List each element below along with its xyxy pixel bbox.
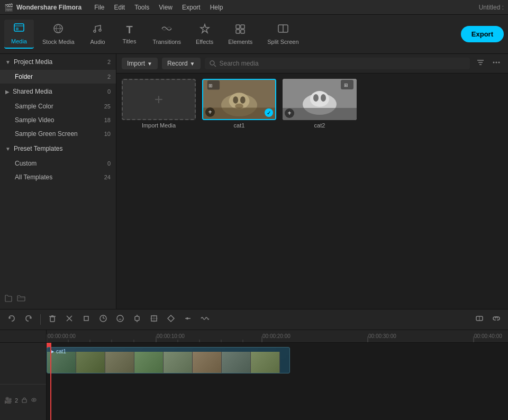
project-media-count: 2 — [107, 59, 111, 65]
all-templates-label: All Templates — [15, 174, 52, 181]
delete-button[interactable] — [45, 312, 60, 327]
cat1-add-icon: + — [205, 107, 215, 117]
menu-tools[interactable]: Tools — [130, 3, 153, 12]
sidebar-item-sample-green-screen[interactable]: Sample Green Screen 10 — [0, 127, 116, 141]
cat1-name: cat1 — [234, 122, 245, 129]
sidebar-item-folder[interactable]: Folder 2 — [0, 70, 116, 84]
sample-color-count: 25 — [104, 103, 111, 109]
menu-items: File Edit Tools View Export Help — [90, 3, 227, 12]
audio-label: Audio — [90, 39, 105, 45]
media-grid: + Import Media — [116, 74, 508, 309]
cat2-thumbnail[interactable]: ⊞ + — [283, 79, 357, 120]
window-title: Untitled : — [479, 4, 504, 11]
import-placeholder-thumbnail[interactable]: + — [122, 79, 196, 120]
sidebar-item-sample-color[interactable]: Sample Color 25 — [0, 99, 116, 113]
ruler-ticks — [47, 330, 508, 343]
toolbar-audio[interactable]: Audio — [83, 20, 113, 48]
sidebar-collapse-arrow[interactable]: ◀ — [116, 171, 116, 192]
record-label: Record — [167, 60, 188, 67]
timeline-ruler: 00:00:00:00 00:00:10:00 00:00:20:00 00:0… — [0, 330, 508, 343]
sample-video-count: 18 — [104, 117, 111, 123]
audio-wave-button[interactable] — [197, 312, 212, 327]
svg-rect-8 — [236, 30, 240, 33]
media-label: Media — [11, 38, 27, 44]
sidebar-bottom-icons — [0, 290, 116, 309]
sample-green-screen-label: Sample Green Screen — [15, 130, 78, 138]
titles-icon: T — [126, 24, 132, 36]
cat2-add-icon[interactable]: + — [285, 108, 294, 118]
record-dropdown-icon: ▼ — [190, 61, 195, 67]
link-toggle[interactable] — [489, 312, 504, 327]
media-item-cat2[interactable]: ⊞ + cat2 — [283, 79, 357, 129]
svg-text:🎥: 🎥 — [4, 396, 12, 404]
sidebar-section-shared-media[interactable]: ▶ Shared Media 0 — [0, 84, 116, 99]
snap-toggle[interactable] — [472, 312, 487, 327]
toolbar-titles[interactable]: T Titles — [115, 21, 144, 48]
menu-export[interactable]: Export — [178, 3, 205, 12]
video-clip-cat1[interactable]: cat1 — [47, 347, 290, 373]
stabilize-button[interactable] — [130, 312, 144, 327]
search-input[interactable] — [220, 60, 466, 67]
toolbar-separator-1 — [40, 314, 41, 325]
cut-button[interactable] — [62, 312, 77, 327]
mask-button[interactable] — [164, 312, 178, 327]
color-button[interactable] — [113, 312, 128, 327]
folder-open-icon[interactable] — [17, 294, 25, 305]
track-number: 2 — [15, 397, 18, 404]
sidebar-section-preset-templates[interactable]: ▼ Preset Templates — [0, 141, 116, 157]
svg-point-33 — [321, 94, 326, 102]
track-visibility-button[interactable] — [31, 397, 37, 404]
svg-text:⊞: ⊞ — [208, 83, 213, 88]
toolbar-transitions[interactable]: Transitions — [147, 20, 187, 48]
sidebar-section-project-media[interactable]: ▼ Project Media 2 — [0, 54, 116, 70]
import-media-placeholder[interactable]: + Import Media — [122, 79, 196, 129]
media-panel: Import ▼ Record ▼ — [116, 54, 508, 309]
search-icon — [209, 60, 216, 67]
menu-view[interactable]: View — [155, 3, 177, 12]
plus-icon: + — [155, 91, 163, 108]
track-header-video: 🎥 2 — [0, 384, 46, 416]
ruler-track[interactable]: 00:00:00:00 00:00:10:00 00:00:20:00 00:0… — [47, 330, 508, 342]
transitions-icon — [161, 23, 173, 36]
transform-button[interactable] — [147, 312, 161, 327]
filter-button[interactable] — [474, 57, 487, 70]
new-folder-icon[interactable] — [4, 294, 13, 305]
export-button[interactable]: Export — [461, 26, 504, 42]
timeline-tracks: 🎥 2 cat1 — [0, 343, 508, 420]
toolbar-split-screen[interactable]: Split Screen — [261, 20, 305, 48]
folder-label: Folder — [15, 73, 33, 80]
audio-icon — [92, 23, 104, 36]
app-name: Wondershare Filmora — [16, 4, 81, 11]
toolbar-stock-media[interactable]: Stock Media — [36, 20, 81, 48]
svg-point-56 — [186, 317, 188, 319]
clip-frame-8 — [251, 352, 280, 373]
cat2-name: cat2 — [314, 122, 325, 129]
menu-edit[interactable]: Edit — [110, 3, 129, 12]
toolbar-media[interactable]: Media — [4, 20, 34, 49]
svg-text:⊞: ⊞ — [344, 83, 348, 88]
more-options-button[interactable] — [490, 57, 503, 70]
media-item-cat1[interactable]: ⊞ ✓ + cat1 — [202, 79, 276, 129]
cat1-thumbnail[interactable]: ⊞ ✓ + — [202, 79, 276, 120]
record-button[interactable]: Record ▼ — [162, 58, 201, 69]
import-button[interactable]: Import ▼ — [122, 58, 158, 69]
menu-help[interactable]: Help — [206, 3, 228, 12]
menu-file[interactable]: File — [90, 3, 108, 12]
sidebar-item-sample-video[interactable]: Sample Video 18 — [0, 113, 116, 127]
track-volume-icon: 🎥 — [4, 396, 12, 405]
speed-button[interactable] — [96, 312, 111, 327]
track-lock-button[interactable] — [21, 397, 28, 404]
track-content[interactable]: cat1 — [47, 343, 508, 420]
playhead[interactable] — [50, 343, 51, 420]
crop-button[interactable] — [79, 312, 94, 327]
svg-rect-73 — [22, 399, 26, 403]
toolbar-effects[interactable]: Effects — [189, 20, 220, 48]
svg-point-31 — [310, 91, 329, 107]
toolbar-elements[interactable]: Elements — [222, 20, 259, 48]
import-dropdown-icon: ▼ — [147, 61, 152, 67]
sidebar-item-custom[interactable]: Custom 0 — [0, 157, 116, 170]
audio-adjust-button[interactable] — [180, 312, 195, 327]
sidebar-item-all-templates[interactable]: All Templates 24 — [0, 170, 116, 184]
redo-button[interactable] — [21, 312, 36, 327]
undo-button[interactable] — [4, 312, 19, 327]
